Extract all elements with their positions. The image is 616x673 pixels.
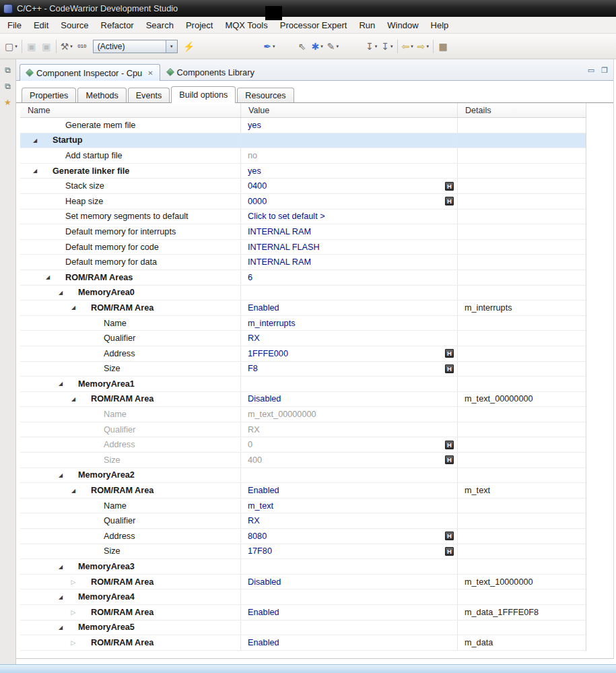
binary-file-button[interactable]: 010 — [75, 38, 90, 55]
menu-item-window[interactable]: Window — [381, 18, 424, 32]
dropdown-caret-icon[interactable]: ▾ — [427, 44, 430, 49]
select-tool-button[interactable]: ⇖ — [295, 38, 310, 55]
menu-item-edit[interactable]: Edit — [28, 18, 55, 32]
table-row[interactable]: Generate mem fileyes — [20, 118, 586, 133]
table-row[interactable]: Namem_text_00000000 — [20, 407, 586, 422]
expanded-arrow-icon[interactable]: ◢ — [69, 488, 77, 494]
hex-format-badge[interactable]: H — [445, 197, 454, 205]
table-row[interactable]: ◢Startup — [20, 133, 586, 149]
value-cell[interactable]: RX — [241, 422, 458, 437]
table-row[interactable]: Add startup fileno — [20, 148, 586, 164]
hex-format-badge[interactable]: H — [445, 441, 454, 449]
menu-item-search[interactable]: Search — [140, 18, 180, 32]
table-row[interactable]: Default memory for interruptsINTERNAL RA… — [20, 224, 586, 240]
value-cell[interactable]: 17F80H — [241, 544, 458, 559]
table-row[interactable]: Namem_interrupts — [20, 316, 586, 331]
value-cell[interactable]: RX — [241, 331, 458, 346]
value-cell[interactable]: RX — [241, 513, 458, 528]
dropdown-caret-icon[interactable]: ▾ — [375, 44, 378, 49]
restore-view-icon[interactable]: ❐ — [599, 65, 610, 75]
processor-expert-refresh-button[interactable]: ✱▾ — [310, 38, 325, 55]
debug-quill-button[interactable]: ✒▾ — [261, 38, 277, 55]
table-row[interactable]: Heap size0000H — [20, 194, 586, 210]
instruction-step-button[interactable]: ↧▾ — [379, 38, 395, 55]
dropdown-caret-icon[interactable]: ▾ — [390, 44, 393, 49]
editor-tab-components-library[interactable]: Components Library — [160, 63, 261, 80]
collapsed-arrow-icon[interactable]: ▷ — [69, 579, 77, 585]
value-cell[interactable]: Disabled — [241, 392, 458, 407]
minimize-view-icon[interactable]: ▭ — [586, 65, 596, 75]
tab-properties[interactable]: Properties — [22, 88, 76, 102]
table-row[interactable]: Set memory segments to defaultClick to s… — [20, 210, 586, 225]
table-row[interactable]: ◢MemoryArea2 — [20, 468, 586, 484]
value-cell[interactable]: 0000H — [241, 194, 458, 209]
tab-events[interactable]: Events — [128, 88, 170, 102]
value-cell[interactable]: INTERNAL RAM — [241, 224, 458, 239]
table-row[interactable]: Address0H — [20, 437, 586, 453]
value-cell[interactable]: INTERNAL RAM — [241, 255, 458, 269]
dropdown-caret-icon[interactable]: ▾ — [411, 44, 413, 49]
table-row[interactable]: Default memory for dataINTERNAL RAM — [20, 255, 586, 270]
value-cell[interactable] — [241, 559, 458, 574]
table-row[interactable]: ▷ROM/RAM AreaDisabledm_text_10000000 — [20, 575, 586, 590]
restore-view-icon[interactable]: ⧉ — [2, 64, 14, 76]
value-cell[interactable]: 6 — [241, 270, 458, 285]
table-row[interactable]: QualifierRX — [20, 513, 586, 529]
table-row[interactable]: SizeF8H — [20, 362, 586, 377]
table-row[interactable]: Default memory for codeINTERNAL FLASH — [20, 240, 586, 255]
hex-format-badge[interactable]: H — [445, 349, 454, 358]
value-cell[interactable]: Enabled — [241, 635, 458, 650]
expanded-arrow-icon[interactable]: ◢ — [57, 472, 65, 478]
build-config-combo[interactable]: (Active)▾ — [93, 40, 178, 53]
value-cell[interactable]: Click to set default > — [241, 210, 458, 224]
expanded-arrow-icon[interactable]: ◢ — [69, 305, 77, 311]
value-cell[interactable] — [241, 377, 458, 391]
table-row[interactable]: QualifierRX — [20, 331, 586, 346]
tab-methods[interactable]: Methods — [77, 88, 126, 102]
table-row[interactable]: ◢MemoryArea0 — [20, 286, 586, 301]
table-row[interactable]: ▷ROM/RAM AreaEnabledm_data — [20, 635, 586, 651]
value-cell[interactable]: 1FFFE000H — [241, 346, 458, 361]
table-row[interactable]: Address8080H — [20, 529, 586, 544]
expanded-arrow-icon[interactable]: ◢ — [31, 168, 39, 174]
expanded-arrow-icon[interactable]: ◢ — [57, 594, 65, 600]
forward-button[interactable]: ⇨▾ — [415, 38, 431, 55]
hex-format-badge[interactable]: H — [445, 455, 454, 464]
column-header-value[interactable]: Value — [241, 103, 458, 117]
expanded-arrow-icon[interactable]: ◢ — [69, 396, 77, 402]
menu-item-run[interactable]: Run — [353, 18, 381, 32]
value-cell[interactable]: yes — [241, 164, 458, 179]
column-header-details[interactable]: Details — [458, 103, 586, 117]
table-row[interactable]: Address1FFFE000H — [20, 346, 586, 362]
open-perspective-icon[interactable]: ⧉ — [2, 80, 14, 92]
close-icon[interactable]: ✕ — [147, 69, 153, 77]
value-cell[interactable]: 8080H — [241, 529, 458, 544]
chevron-down-icon[interactable]: ▾ — [166, 40, 177, 53]
expanded-arrow-icon[interactable]: ◢ — [57, 624, 65, 631]
value-cell[interactable]: Enabled — [241, 300, 458, 315]
dropdown-caret-icon[interactable]: ▾ — [15, 44, 18, 49]
hex-format-badge[interactable]: H — [445, 182, 454, 191]
menu-item-help[interactable]: Help — [425, 18, 455, 32]
table-row[interactable]: Stack size0400H — [20, 179, 586, 194]
table-row[interactable]: ◢MemoryArea1 — [20, 377, 586, 392]
value-cell[interactable]: m_interrupts — [241, 316, 458, 331]
value-cell[interactable]: m_text — [241, 499, 458, 513]
menu-item-refactor[interactable]: Refactor — [95, 18, 140, 32]
run-to-line-button[interactable]: ↧▾ — [364, 38, 379, 55]
back-button[interactable]: ⇦▾ — [400, 38, 415, 55]
value-cell[interactable]: Enabled — [241, 605, 458, 620]
collapsed-arrow-icon[interactable]: ▷ — [69, 639, 77, 646]
hex-format-badge[interactable]: H — [445, 547, 454, 556]
value-cell[interactable]: m_text_00000000 — [241, 407, 458, 422]
column-header-name[interactable]: Name — [20, 103, 241, 117]
value-cell[interactable] — [241, 468, 458, 483]
hex-format-badge[interactable]: H — [445, 364, 454, 373]
dropdown-caret-icon[interactable]: ▾ — [337, 44, 339, 49]
table-row[interactable]: ◢ROM/RAM AreaEnabledm_interrupts — [20, 300, 586, 316]
table-row[interactable]: Size17F80H — [20, 544, 586, 560]
value-cell[interactable]: INTERNAL FLASH — [241, 240, 458, 255]
value-cell[interactable] — [241, 589, 458, 604]
menu-item-processor-expert[interactable]: Processor Expert — [274, 18, 353, 32]
build-settings-button[interactable]: ⚒▾ — [59, 38, 75, 55]
